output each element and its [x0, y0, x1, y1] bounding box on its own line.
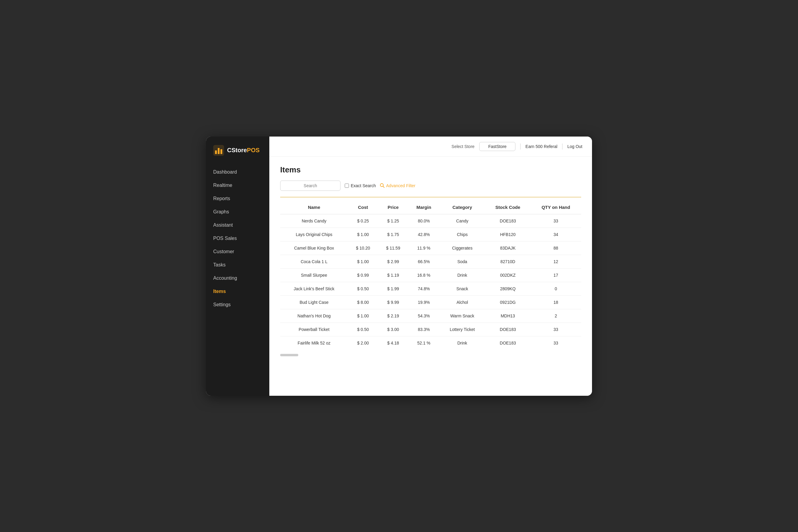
cell-qty: 33	[531, 214, 581, 228]
cell-price: $ 2.99	[378, 255, 408, 268]
sidebar-item-pos-sales[interactable]: POS Sales	[206, 232, 269, 245]
cell-margin: 74.8%	[408, 282, 440, 296]
table-row[interactable]: Powerball Ticket $ 0.50 $ 3.00 83.3% Lot…	[280, 323, 581, 336]
sidebar-item-graphs[interactable]: Graphs	[206, 205, 269, 218]
items-table: Name Cost Price Margin Category Stock Co…	[280, 201, 581, 350]
cell-qty: 0	[531, 282, 581, 296]
cell-price: $ 1.25	[378, 214, 408, 228]
cell-qty: 88	[531, 241, 581, 255]
cell-margin: 80.0%	[408, 214, 440, 228]
horizontal-scrollbar[interactable]	[280, 354, 298, 356]
cell-price: $ 9.99	[378, 296, 408, 309]
cell-category: Snack	[440, 282, 485, 296]
sidebar: CStorePOS Dashboard Realtime Reports Gra…	[206, 136, 269, 396]
cell-price: $ 3.00	[378, 323, 408, 336]
search-icon	[380, 183, 385, 188]
table-row[interactable]: Nerds Candy $ 0.25 $ 1.25 80.0% Candy DO…	[280, 214, 581, 228]
cell-stock-code: HFB120	[485, 228, 531, 241]
cell-stock-code: DOE183	[485, 214, 531, 228]
cell-price: $ 1.75	[378, 228, 408, 241]
cell-name: Camel Blue King Box	[280, 241, 348, 255]
table-row[interactable]: Camel Blue King Box $ 10.20 $ 11.59 11.9…	[280, 241, 581, 255]
table-row[interactable]: Lays Original Chips $ 1.00 $ 1.75 42.8% …	[280, 228, 581, 241]
logo-icon	[213, 145, 224, 156]
cell-stock-code: 2809KQ	[485, 282, 531, 296]
col-name: Name	[280, 201, 348, 214]
table-row[interactable]: Jack Link's Beef Stick $ 0.50 $ 1.99 74.…	[280, 282, 581, 296]
table-row[interactable]: Nathan's Hot Dog $ 1.00 $ 2.19 54.3% War…	[280, 309, 581, 323]
exact-search-checkbox[interactable]	[345, 184, 349, 188]
cell-cost: $ 0.25	[348, 214, 378, 228]
cell-qty: 34	[531, 228, 581, 241]
topbar-divider	[520, 144, 521, 150]
cell-name: Nathan's Hot Dog	[280, 309, 348, 323]
cell-name: Small Slurpee	[280, 268, 348, 282]
sidebar-item-settings[interactable]: Settings	[206, 298, 269, 311]
table-header: Name Cost Price Margin Category Stock Co…	[280, 201, 581, 214]
sidebar-item-accounting[interactable]: Accounting	[206, 271, 269, 285]
cell-qty: 18	[531, 296, 581, 309]
col-margin: Margin	[408, 201, 440, 214]
cell-cost: $ 2.00	[348, 336, 378, 350]
cell-stock-code: DOE183	[485, 336, 531, 350]
page-title: Items	[280, 165, 581, 174]
cell-cost: $ 0.50	[348, 323, 378, 336]
col-price: Price	[378, 201, 408, 214]
col-qty: QTY on Hand	[531, 201, 581, 214]
cell-category: Warm Snack	[440, 309, 485, 323]
sidebar-item-dashboard[interactable]: Dashboard	[206, 166, 269, 179]
cell-price: $ 1.99	[378, 282, 408, 296]
cell-margin: 16.8 %	[408, 268, 440, 282]
topbar: Select Store FastStore Earn 500 Referal …	[269, 136, 592, 157]
cell-cost: $ 1.00	[348, 228, 378, 241]
search-bar: Exact Search Advanced Filter	[280, 180, 581, 191]
sidebar-item-realtime[interactable]: Realtime	[206, 179, 269, 192]
store-selector[interactable]: FastStore	[479, 142, 515, 151]
sidebar-item-items[interactable]: Items	[206, 285, 269, 298]
exact-search-label[interactable]: Exact Search	[345, 183, 376, 188]
cell-name: Nerds Candy	[280, 214, 348, 228]
sidebar-item-assistant[interactable]: Assistant	[206, 218, 269, 232]
cell-cost: $ 8.00	[348, 296, 378, 309]
cell-cost: $ 1.00	[348, 309, 378, 323]
sidebar-nav: Dashboard Realtime Reports Graphs Assist…	[206, 166, 269, 311]
cell-category: Chips	[440, 228, 485, 241]
cell-category: Drink	[440, 336, 485, 350]
earn-referral-link[interactable]: Earn 500 Referal	[525, 144, 557, 149]
cell-category: Alchol	[440, 296, 485, 309]
cell-stock-code: 83DAJK	[485, 241, 531, 255]
svg-rect-2	[218, 148, 220, 154]
cell-qty: 33	[531, 323, 581, 336]
cell-name: Coca Cola 1 L	[280, 255, 348, 268]
table-row[interactable]: Small Slurpee $ 0.99 $ 1.19 16.8 % Drink…	[280, 268, 581, 282]
cell-stock-code: 82710D	[485, 255, 531, 268]
sidebar-item-reports[interactable]: Reports	[206, 192, 269, 205]
cell-qty: 33	[531, 336, 581, 350]
search-input[interactable]	[280, 180, 340, 191]
table-row[interactable]: Coca Cola 1 L $ 1.00 $ 2.99 66.5% Soda 8…	[280, 255, 581, 268]
table-body: Nerds Candy $ 0.25 $ 1.25 80.0% Candy DO…	[280, 214, 581, 350]
sidebar-item-tasks[interactable]: Tasks	[206, 258, 269, 271]
table-row[interactable]: Bud Light Case $ 8.00 $ 9.99 19.9% Alcho…	[280, 296, 581, 309]
cell-name: Lays Original Chips	[280, 228, 348, 241]
search-divider	[280, 197, 581, 197]
sidebar-item-customer[interactable]: Customer	[206, 245, 269, 258]
cell-margin: 54.3%	[408, 309, 440, 323]
col-stock-code: Stock Code	[485, 201, 531, 214]
main-content: Select Store FastStore Earn 500 Referal …	[269, 136, 592, 396]
cell-stock-code: 002DKZ	[485, 268, 531, 282]
table-row[interactable]: Fairlife Milk 52 oz $ 2.00 $ 4.18 52.1 %…	[280, 336, 581, 350]
items-table-wrapper: Name Cost Price Margin Category Stock Co…	[280, 201, 581, 356]
topbar-divider-2	[562, 144, 562, 150]
advanced-filter-text: Advanced Filter	[386, 183, 415, 188]
col-category: Category	[440, 201, 485, 214]
cell-qty: 17	[531, 268, 581, 282]
advanced-filter-button[interactable]: Advanced Filter	[380, 183, 415, 188]
cell-category: Lottery Ticket	[440, 323, 485, 336]
cell-cost: $ 0.99	[348, 268, 378, 282]
cell-category: Candy	[440, 214, 485, 228]
logout-link[interactable]: Log Out	[567, 144, 582, 149]
cell-qty: 2	[531, 309, 581, 323]
cell-name: Powerball Ticket	[280, 323, 348, 336]
cell-category: Ciggerates	[440, 241, 485, 255]
